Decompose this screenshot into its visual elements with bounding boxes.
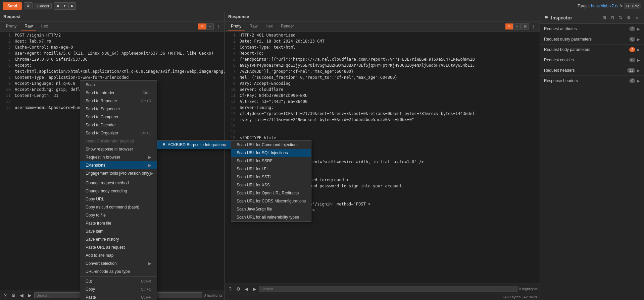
bb-item-6[interactable]: Scan URL for Open URL Redirects — [231, 189, 311, 197]
request-settings-icon[interactable]: ⚙ — [10, 292, 17, 299]
bb-item-5[interactable]: Scan URL for XSS — [231, 181, 311, 189]
bb-item-8[interactable]: Scan JavaScript file — [231, 205, 311, 213]
ctx-item-21[interactable]: Add to site map — [80, 251, 157, 259]
request-nav-prev-icon[interactable]: ◀ — [18, 292, 25, 299]
tab-request-hex[interactable]: Hex — [37, 22, 51, 31]
request-nav-next-icon[interactable]: ▶ — [26, 292, 33, 299]
view-btn-wrap[interactable]: ≡ — [198, 23, 206, 29]
ctx-item-13[interactable]: Change body encoding — [80, 187, 157, 195]
ctx-item-label: Request in browser — [86, 155, 120, 160]
view-btn-nowrap[interactable]: ↔ — [206, 23, 214, 29]
response-search-help-icon[interactable]: ? — [227, 286, 234, 292]
inspector-row-0[interactable]: Request attributes 2 ▶ — [540, 24, 644, 34]
cancel-button[interactable]: Cancel — [35, 3, 51, 9]
blackbird-submenu: Scan URL for Command InjectionsScan URL … — [231, 140, 311, 222]
tab-response-raw[interactable]: Raw — [246, 22, 261, 31]
ctx-item-6[interactable]: Send to OrganizerCtrl+O — [80, 129, 157, 137]
nav-dropdown-button[interactable]: ▾ — [61, 2, 68, 10]
inspector-settings-icon[interactable]: ⚙ — [626, 15, 632, 21]
ctx-item-19[interactable]: Save entire history — [80, 235, 157, 243]
tab-response-pretty[interactable]: Pretty — [228, 22, 245, 31]
ctx-item-4[interactable]: Send to Comparer — [80, 113, 157, 121]
bb-item-0[interactable]: Scan URL for Command Injections — [231, 141, 311, 149]
ctx-item-label: Save entire history — [86, 237, 119, 242]
ctx-item-16[interactable]: Copy to file — [80, 211, 157, 219]
request-line: 4User-Agent: Mozilla/5.0 (X11; Linux x86… — [0, 51, 225, 57]
ctx-item-14[interactable]: Copy URL — [80, 195, 157, 203]
request-line: 1POST /signin HTTP/2 — [0, 33, 225, 39]
response-menu-button[interactable]: ⋮ — [530, 23, 537, 29]
ctx-item-24[interactable]: CutCtrl+X — [80, 277, 157, 285]
inspector-icon1[interactable]: ⊞ — [601, 15, 607, 21]
inspector-filter-icon[interactable]: ⇅ — [617, 15, 624, 21]
tab-request-raw[interactable]: Raw — [21, 22, 36, 31]
inspector-row-1[interactable]: Request query parameters 0 ▶ — [540, 34, 644, 45]
target-url[interactable]: https://lab.x7.rs — [591, 4, 618, 8]
response-nav-next-icon[interactable]: ▶ — [251, 286, 258, 292]
inspector-row-label: Request cookies — [544, 58, 574, 62]
ctx-item-9[interactable]: Request in browser▶ — [80, 153, 157, 161]
send-button[interactable]: Send — [3, 2, 22, 10]
ctx-item-5[interactable]: Send to Decoder — [80, 121, 157, 129]
inspector-title-icon: ⚑ — [544, 15, 548, 20]
response-view-split[interactable]: ⊟ — [522, 23, 529, 29]
ctx-item-20[interactable]: Paste URL as request — [80, 243, 157, 251]
response-search-bar: ? ⚙ ◀ ▶ 0 highlights — [225, 284, 540, 294]
bb-item-7[interactable]: Scan URL for CORS Misconfigurations — [231, 197, 311, 205]
response-line: 3Content-Type: text/html — [225, 45, 540, 51]
nav-forward-button[interactable]: ▶ — [68, 2, 76, 10]
ext-item-0[interactable]: BLACKBIRD Burpsuite Integration▶ — [157, 141, 231, 149]
nav-back-button[interactable]: ◀ — [54, 2, 61, 10]
bb-item-1[interactable]: Scan URL for SQL Injections — [231, 149, 311, 157]
response-nav-prev-icon[interactable]: ◀ — [243, 286, 250, 292]
ctx-item-1[interactable]: Send to IntruderCtrl+I — [80, 89, 157, 97]
inspector-row-2[interactable]: Request body parameters 2 ▶ — [540, 45, 644, 55]
request-menu-button[interactable]: ⋮ — [215, 23, 222, 29]
tab-request-pretty[interactable]: Pretty — [3, 22, 20, 31]
inspector-header: ⚑ Inspector ⊞ ⊟ ⇅ ⚙ ✕ — [540, 12, 644, 24]
request-title: Request — [3, 14, 20, 19]
ctx-item-12[interactable]: Change request method — [80, 179, 157, 187]
ctx-item-17[interactable]: Paste from file — [80, 219, 157, 227]
context-menu: ScanSend to IntruderCtrl+ISend to Repeat… — [80, 80, 157, 300]
ctx-item-10[interactable]: Extensions▶ — [80, 161, 157, 169]
ctx-item-3[interactable]: Send to Sequencer — [80, 105, 157, 113]
ctx-item-2[interactable]: Send to RepeaterCtrl+R — [80, 97, 157, 105]
ctx-item-18[interactable]: Save item — [80, 227, 157, 235]
settings-button[interactable]: ⚙ — [24, 2, 33, 9]
response-view-nowrap[interactable]: ↔ — [513, 23, 521, 29]
inspector-row-5[interactable]: Response headers 9 ▶ — [540, 76, 644, 86]
inspector-row-4[interactable]: Request headers 11 ▶ — [540, 65, 644, 76]
inspector-header-icons: ⊞ ⊟ ⇅ ⚙ ✕ — [601, 15, 640, 21]
ctx-item-label: Paste from file — [86, 221, 111, 226]
ctx-item-8[interactable]: Show response in browser — [80, 145, 157, 153]
tab-response-render[interactable]: Render — [278, 22, 297, 31]
response-view-wrap[interactable]: ≡ — [505, 23, 513, 29]
protocol-badge: HTTP/2 — [624, 3, 641, 9]
bb-item-9[interactable]: Scan URL for all vulnerability types — [231, 213, 311, 221]
bb-item-3[interactable]: Scan URL for LFI — [231, 165, 311, 173]
ctx-item-22[interactable]: Convert selection▶ — [80, 259, 157, 267]
ctx-arrow: ▶ — [150, 171, 153, 176]
ctx-item-0[interactable]: Scan — [80, 81, 157, 89]
response-settings-icon[interactable]: ⚙ — [235, 286, 242, 292]
response-line: 13Server-Timing: — [225, 105, 540, 111]
bb-item-label: Scan URL for all vulnerability types — [237, 215, 299, 220]
inspector-icon2[interactable]: ⊟ — [609, 15, 615, 21]
inspector-row-3[interactable]: Request cookies 0 ▶ — [540, 55, 644, 65]
response-search-input[interactable] — [259, 286, 517, 292]
bb-item-4[interactable]: Scan URL for SSTI — [231, 173, 311, 181]
inspector-close-icon[interactable]: ✕ — [634, 15, 640, 21]
ctx-item-26[interactable]: PasteCtrl+V — [80, 293, 157, 300]
topbar: Send ⚙ Cancel ◀ ▾ ▶ Target: https://lab.… — [0, 0, 644, 12]
request-search-help-icon[interactable]: ? — [2, 292, 9, 299]
ctx-item-25[interactable]: CopyCtrl+C — [80, 285, 157, 293]
tab-response-hex[interactable]: Hex — [262, 22, 276, 31]
ctx-item-label: Insert Collaborator payload — [86, 139, 134, 143]
bb-item-2[interactable]: Scan URL for SSRF — [231, 157, 311, 165]
ctx-item-23[interactable]: URL-encode as you type — [80, 267, 157, 276]
ctx-item-11[interactable]: Engagement tools [Pro version only]▶ — [80, 169, 157, 177]
ctx-item-label: URL-encode as you type — [86, 269, 130, 274]
ctx-item-15[interactable]: Copy as curl command (bash) — [80, 203, 157, 211]
ctx-arrow: ▶ — [148, 163, 151, 168]
